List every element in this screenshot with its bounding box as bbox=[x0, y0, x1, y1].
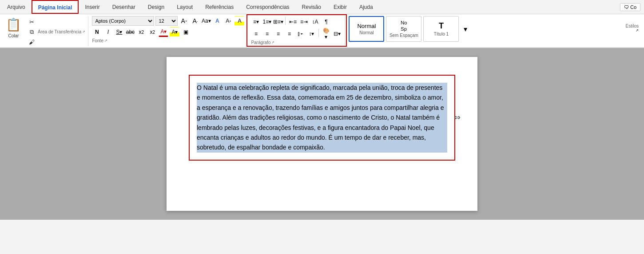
document-page: O Natal é uma celebração repleta de sign… bbox=[167, 57, 477, 211]
styles-group: Normal Normal NoSp Sem Espaçam T Título … bbox=[346, 16, 641, 42]
document-text[interactable]: O Natal é uma celebração repleta de sign… bbox=[197, 83, 447, 153]
font-name-select[interactable]: Aptos (Corpo) bbox=[92, 16, 154, 26]
resize-handle[interactable]: ⇔ bbox=[454, 113, 461, 122]
clear-format-button[interactable]: A× bbox=[223, 16, 233, 26]
decrease-indent-button[interactable]: ⇤≡ bbox=[288, 17, 298, 27]
tab-layout[interactable]: Layout bbox=[171, 0, 199, 14]
columns-button[interactable]: ⫿▾ bbox=[295, 29, 305, 39]
justify-button[interactable]: ≡ bbox=[284, 29, 294, 39]
tab-pagina-inicial[interactable]: Página Inicial bbox=[32, 0, 79, 14]
font-group: Aptos (Corpo) 12 A+ A- Aa▾ A A× A N I S▾… bbox=[89, 16, 247, 43]
font-expand-icon[interactable]: ↗ bbox=[104, 39, 107, 43]
copy-icon: ⧉ bbox=[30, 28, 34, 36]
cut-button[interactable]: ✂ bbox=[25, 18, 38, 26]
copy-button[interactable]: ⧉ bbox=[25, 28, 38, 36]
style-title1[interactable]: T Título 1 bbox=[423, 16, 459, 42]
format-painter-button[interactable]: 🖌 bbox=[25, 38, 38, 46]
subscript-button[interactable]: x2 bbox=[136, 27, 146, 37]
tab-desenhar[interactable]: Desenhar bbox=[106, 0, 142, 14]
style-normal[interactable]: Normal Normal bbox=[349, 16, 384, 42]
change-case-button[interactable]: Aa▾ bbox=[201, 16, 211, 26]
chat-button[interactable]: 🗨 Co bbox=[620, 3, 640, 11]
align-left-button[interactable]: ≡ bbox=[251, 29, 261, 39]
sort-button[interactable]: ↕A bbox=[310, 17, 320, 27]
tab-arquivo[interactable]: Arquivo bbox=[1, 0, 32, 14]
tab-bar: Arquivo Página Inicial Inserir Desenhar … bbox=[0, 0, 644, 14]
clipboard-group: 📋 Colar ✂ ⧉ 🖌 bbox=[3, 16, 88, 46]
shading-button[interactable]: 🎨▾ bbox=[321, 29, 331, 39]
numbering-button[interactable]: 1≡▾ bbox=[262, 17, 272, 27]
decrease-font-button[interactable]: A- bbox=[190, 16, 200, 26]
strikethrough-button[interactable]: abc bbox=[125, 27, 135, 37]
italic-button[interactable]: I bbox=[103, 27, 113, 37]
paragraph-group: ≡▾ 1≡▾ ⊞≡▾ ⇤≡ ≡⇥ ↕A ¶ ≡ ≡ ≡ ≡ ⫿▾ ↕▾ 🎨▾ ⊟… bbox=[248, 16, 345, 45]
tab-inserir[interactable]: Inserir bbox=[79, 0, 106, 14]
increase-indent-button[interactable]: ≡⇥ bbox=[299, 17, 309, 27]
bullets-button[interactable]: ≡▾ bbox=[251, 17, 261, 27]
align-center-button[interactable]: ≡ bbox=[262, 29, 272, 39]
align-right-button[interactable]: ≡ bbox=[273, 29, 283, 39]
tab-referencias[interactable]: Referências bbox=[199, 0, 240, 14]
borders-button[interactable]: ⊟▾ bbox=[332, 29, 342, 39]
format-painter-icon: 🖌 bbox=[29, 39, 35, 45]
paste-button[interactable]: 📋 bbox=[4, 16, 24, 33]
superscript-button[interactable]: x2 bbox=[147, 27, 157, 37]
tab-ajuda[interactable]: Ajuda bbox=[353, 0, 379, 14]
paste-icon: 📋 bbox=[6, 17, 21, 32]
increase-font-button[interactable]: A+ bbox=[179, 16, 189, 26]
clipboard-expand-icon[interactable]: ↗ bbox=[82, 30, 85, 34]
cut-icon: ✂ bbox=[29, 19, 34, 25]
tab-exibir[interactable]: Exibir bbox=[327, 0, 353, 14]
styles-expand-button[interactable]: ▾ bbox=[461, 24, 470, 34]
styles-expand-icon[interactable]: ↗ bbox=[636, 28, 639, 32]
tab-revisao[interactable]: Revisão bbox=[296, 0, 327, 14]
text-highlight-button[interactable]: A bbox=[235, 16, 244, 26]
text-highlight-color-button[interactable]: A▾ bbox=[170, 27, 179, 37]
style-no-spacing[interactable]: NoSp Sem Espaçam bbox=[386, 16, 421, 42]
multilevel-list-button[interactable]: ⊞≡▾ bbox=[273, 17, 283, 27]
underline-button[interactable]: S▾ bbox=[114, 27, 124, 37]
show-marks-button[interactable]: ¶ bbox=[321, 17, 331, 27]
bold-button[interactable]: N bbox=[92, 27, 102, 37]
text-selection-box[interactable]: O Natal é uma celebração repleta de sign… bbox=[189, 75, 455, 161]
line-spacing-button[interactable]: ↕▾ bbox=[306, 29, 316, 39]
canvas-area: O Natal é uma celebração repleta de sign… bbox=[0, 48, 644, 220]
tab-design[interactable]: Design bbox=[142, 0, 171, 14]
text-effects-button[interactable]: A bbox=[212, 16, 222, 26]
paragraph-expand-icon[interactable]: ↗ bbox=[271, 40, 274, 44]
character-shading-button[interactable]: ▣ bbox=[181, 27, 191, 37]
tab-correspondencias[interactable]: Correspondências bbox=[240, 0, 295, 14]
font-size-select[interactable]: 12 bbox=[155, 16, 178, 26]
font-color-button[interactable]: A▾ bbox=[159, 27, 168, 37]
toolbar: 📋 Colar ✂ ⧉ 🖌 bbox=[0, 14, 644, 48]
